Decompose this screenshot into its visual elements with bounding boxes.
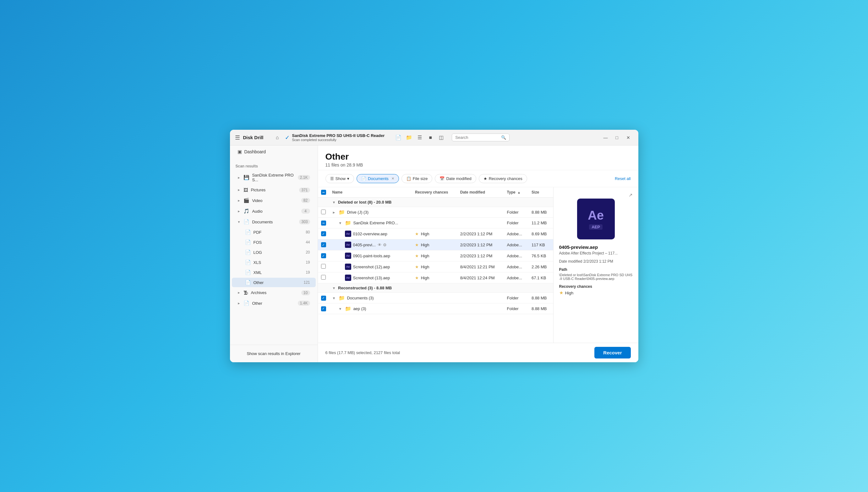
sandisk-folder-expand[interactable]: ▼ [339, 221, 342, 225]
minimize-button[interactable]: — [601, 132, 611, 143]
aep-folder-check-icon[interactable]: ✓ [321, 306, 326, 311]
table-row[interactable]: ► 📁 Drive (J) (3) Folder 8.88 MB [318, 207, 553, 218]
show-filter-button[interactable]: ☰ Show ▾ [325, 174, 354, 183]
aep-folder-name-cell[interactable]: ▼ 📁 aep (3) [329, 303, 412, 314]
hamburger-icon[interactable]: ☰ [235, 134, 240, 141]
sidebar-item-archives[interactable]: ► 🗜 Archives 10 [232, 288, 316, 297]
sandisk-folder-name-cell[interactable]: ▼ 📁 SanDisk Extreme PRO... [329, 218, 412, 228]
group1-header-row[interactable]: ▼ Deleted or lost (8) - 20.0 MB [318, 198, 553, 207]
sandisk-folder-checkbox[interactable]: − [318, 218, 329, 228]
docs-folder-checkbox[interactable]: ✓ [318, 293, 329, 303]
file3-name-cell[interactable]: Ae 0901-paint-tools.aep [329, 250, 412, 262]
file1-checkbox[interactable]: ✓ [318, 228, 329, 239]
file-gear-icon[interactable]: ⚙ [383, 243, 387, 247]
close-button[interactable]: ✕ [623, 132, 633, 143]
file-size-filter-button[interactable]: 📋 File size [401, 174, 432, 183]
sidebar-other-main-label: Other [252, 301, 295, 306]
group1-collapse-icon[interactable]: ▼ [332, 200, 336, 204]
home-button[interactable]: ⌂ [272, 132, 282, 143]
file5-checkbox[interactable] [318, 272, 329, 284]
preview-external-link-icon[interactable]: ↗ [629, 192, 633, 198]
file2-checkbox[interactable]: ✓ [318, 239, 329, 250]
date-modified-filter-button[interactable]: 📅 Date modified [435, 174, 476, 183]
group2-header-row[interactable]: ▼ Reconstructed (3) - 8.88 MB [318, 284, 553, 293]
sandisk-folder-size: 11.2 MB [528, 218, 553, 228]
file1-check-icon[interactable]: ✓ [321, 231, 326, 236]
verified-icon: ✓ [285, 134, 290, 141]
table-row[interactable]: ✓ Ae 0901-paint-tools.aep ★ [318, 250, 553, 262]
preview-panel: ↗ Ae AEP 0405-preview.aep Adobe After Ef… [553, 187, 638, 343]
grid-view-icon[interactable]: ■ [425, 132, 436, 143]
documents-filter-close[interactable]: ✕ [392, 177, 394, 181]
docs-folder-check-icon[interactable]: ✓ [321, 296, 326, 301]
file2-name-cell[interactable]: Ae 0405-previ... 👁 ⚙ [329, 239, 412, 250]
drive-j-checkbox-input[interactable] [321, 210, 326, 214]
sidebar-item-log[interactable]: 📄 LOG 20 [232, 248, 316, 257]
sidebar-item-video[interactable]: ► 🎬 Video 82 [232, 195, 316, 205]
preview-eye-icon[interactable]: 👁 [378, 243, 382, 247]
sidebar-item-other-main[interactable]: ► 📄 Other 1.4K [232, 298, 316, 308]
folder-view-icon[interactable]: 📁 [404, 132, 414, 143]
file3-checkbox[interactable]: ✓ [318, 250, 329, 262]
show-explorer-button[interactable]: Show scan results in Explorer [233, 349, 315, 359]
file1-date: 2/2/2023 1:12 PM [457, 228, 504, 239]
recover-button[interactable]: Recover [594, 347, 630, 359]
documents-filter-button[interactable]: 📄 Documents ✕ [356, 174, 399, 183]
select-all-header[interactable]: − [318, 187, 329, 198]
sidebar-item-audio[interactable]: ► 🎵 Audio 4 [232, 206, 316, 216]
sidebar-item-dashboard[interactable]: ▣ Dashboard [232, 146, 316, 158]
file-view-icon[interactable]: 📄 [393, 132, 403, 143]
sidebar-item-pictures[interactable]: ► 🖼 Pictures 371 [232, 185, 316, 195]
docs-folder-name-cell[interactable]: ▼ 📁 Documents (3) [329, 293, 412, 303]
sidebar-item-fos[interactable]: 📄 FOS 44 [232, 238, 316, 247]
sidebar-item-other[interactable]: 📄 Other 121 [232, 278, 316, 287]
maximize-button[interactable]: □ [612, 132, 622, 143]
group2-label-cell[interactable]: ▼ Reconstructed (3) - 8.88 MB [329, 284, 553, 293]
panel-view-icon[interactable]: ◫ [436, 132, 446, 143]
table-row[interactable]: ✓ ▼ 📁 Documents (3) [318, 293, 553, 303]
table-row[interactable]: Ae Screenshot (13).aep ★ High 8/4/2021 1… [318, 272, 553, 284]
aep-folder-checkbox[interactable]: ✓ [318, 303, 329, 314]
table-row[interactable]: ✓ Ae 0405-previ... 👁 ⚙ [318, 239, 553, 250]
preview-date-label: Date modified [559, 259, 582, 264]
search-input[interactable] [455, 135, 499, 140]
docs-folder-expand[interactable]: ▼ [332, 296, 336, 300]
col-size-header[interactable]: Size [528, 187, 553, 198]
sidebar-bottom: Show scan results in Explorer [230, 345, 318, 362]
col-recovery-header[interactable]: Recovery chances [412, 187, 457, 198]
file1-name-cell[interactable]: Ae 0102-overview.aep [329, 228, 412, 239]
file5-checkbox-input[interactable] [321, 275, 326, 279]
group2-checkbox-cell[interactable] [318, 284, 329, 293]
sidebar-item-documents[interactable]: ▼ 📄 Documents 303 [232, 217, 316, 227]
recovery-chances-filter-button[interactable]: ★ Recovery chances [479, 174, 527, 183]
table-row[interactable]: − ▼ 📁 SanDisk Extreme PRO... [318, 218, 553, 228]
col-name-header[interactable]: Name [329, 187, 412, 198]
sidebar-item-xls[interactable]: 📄 XLS 19 [232, 257, 316, 267]
file4-name-cell[interactable]: Ae Screenshot (12).aep [329, 262, 412, 272]
group2-collapse-icon[interactable]: ▼ [332, 286, 336, 290]
table-row[interactable]: ✓ Ae 0102-overview.aep ★ [318, 228, 553, 239]
col-type-header[interactable]: Type ▲ [504, 187, 528, 198]
sidebar-item-pdf[interactable]: 📄 PDF 80 [232, 227, 316, 237]
drive-j-name-cell[interactable]: ► 📁 Drive (J) (3) [329, 207, 412, 218]
list-view-icon[interactable]: ☰ [415, 132, 425, 143]
sidebar-item-xml[interactable]: 📄 XML 19 [232, 268, 316, 277]
aep-folder-expand[interactable]: ▼ [339, 307, 342, 311]
sidebar: ▣ Dashboard Scan results ► 💾 SanDisk Ext… [230, 145, 318, 362]
file4-checkbox-input[interactable] [321, 264, 326, 269]
file5-name-cell[interactable]: Ae Screenshot (13).aep [329, 272, 412, 284]
table-row[interactable]: Ae Screenshot (12).aep ★ High 8/4/2021 1… [318, 262, 553, 272]
drive-j-expand[interactable]: ► [332, 211, 336, 214]
drive-j-checkbox[interactable] [318, 207, 329, 218]
reset-all-button[interactable]: Reset all [615, 176, 631, 181]
file4-checkbox[interactable] [318, 262, 329, 272]
col-date-header[interactable]: Date modified [457, 187, 504, 198]
table-row[interactable]: ✓ ▼ 📁 aep (3) [318, 303, 553, 314]
select-all-checkbox[interactable]: − [321, 190, 326, 195]
group1-checkbox-cell[interactable] [318, 198, 329, 207]
sandisk-folder-partial-check[interactable]: − [321, 221, 326, 226]
group1-label-cell[interactable]: ▼ Deleted or lost (8) - 20.0 MB [329, 198, 553, 207]
sidebar-item-sandisk[interactable]: ► 💾 SanDisk Extreme PRO S... 2.1K [232, 171, 316, 184]
file2-check-icon[interactable]: ✓ [321, 242, 326, 247]
file3-check-icon[interactable]: ✓ [321, 253, 326, 258]
